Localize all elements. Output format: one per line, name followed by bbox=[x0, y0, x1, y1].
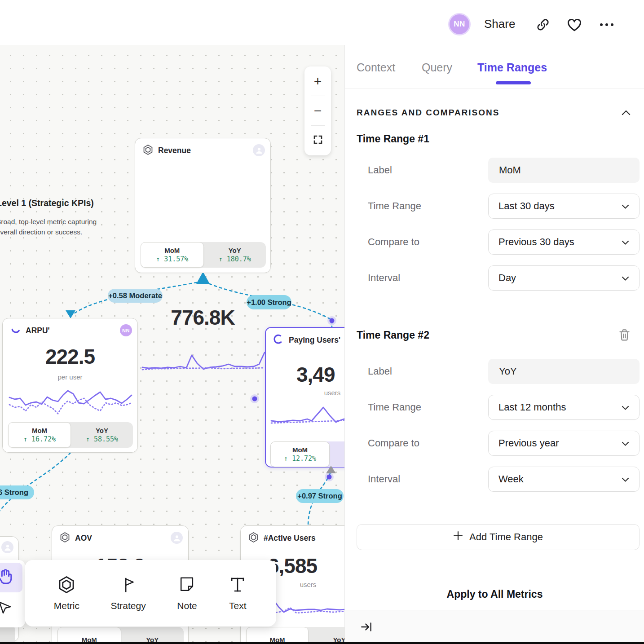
add-strategy-button[interactable]: Strategy bbox=[111, 575, 146, 611]
metric-value: 776.8K bbox=[135, 305, 270, 330]
field-label-label-2: Label bbox=[368, 359, 392, 384]
tab-context[interactable]: Context bbox=[357, 61, 395, 74]
metric-tree-canvas[interactable]: Level 1 (Strategic KPIs) Broad, top-leve… bbox=[0, 0, 344, 644]
add-text-button[interactable]: Text bbox=[228, 575, 247, 611]
interval-select-1[interactable]: Day bbox=[488, 265, 640, 291]
metric-unit: users bbox=[295, 581, 322, 588]
yoy-toggle[interactable]: YoY ↑ 58.55% bbox=[71, 422, 133, 448]
field-label-interval-1: Interval bbox=[368, 265, 400, 291]
field-label-interval-2: Interval bbox=[368, 467, 400, 492]
delete-time-range-button[interactable] bbox=[618, 328, 631, 343]
chevron-down-icon bbox=[622, 401, 629, 413]
mom-toggle[interactable]: MoM ↑ 12.72% bbox=[270, 441, 330, 467]
mom-toggle[interactable]: MoM ↑ 31.57% bbox=[141, 242, 204, 268]
metric-card-arpu[interactable]: ARPU' NN 222.5 per user MoM ↑ 16.72% YoY… bbox=[2, 318, 138, 453]
metric-hexagon-icon bbox=[59, 532, 71, 545]
comparison-toggle: MoM ↑ 31.57% YoY ↑ 180.7% bbox=[141, 242, 266, 268]
fullscreen-icon bbox=[313, 133, 323, 148]
tab-time-ranges[interactable]: Time Ranges bbox=[477, 61, 547, 74]
plus-icon bbox=[453, 531, 463, 543]
collaborator-badge: NN bbox=[120, 324, 132, 336]
card-header: Revenue bbox=[142, 144, 265, 157]
heart-icon bbox=[566, 26, 582, 34]
inspector-panel: Context Query Time Ranges RANGES AND COM… bbox=[344, 0, 644, 644]
time-range-select-2[interactable]: Last 12 months bbox=[488, 395, 640, 420]
apply-all-metrics-button[interactable]: Apply to All Metrics bbox=[345, 588, 644, 600]
canvas-zoom-controls: + − bbox=[304, 66, 331, 155]
zoom-out-button[interactable]: − bbox=[304, 96, 331, 125]
chevron-up-icon bbox=[622, 109, 631, 117]
insert-toolbar: Metric Strategy Note bbox=[25, 560, 276, 626]
time-range-select-1[interactable]: Last 30 days bbox=[488, 194, 640, 219]
field-label-compare-to-1: Compare to bbox=[368, 229, 419, 255]
label-input-1[interactable]: MoM bbox=[488, 158, 640, 183]
card-title: Revenue bbox=[158, 146, 191, 155]
hand-icon bbox=[0, 568, 14, 587]
sparkline-chart bbox=[141, 348, 265, 374]
section-ranges-comparisons: RANGES AND COMPARISONS bbox=[357, 108, 499, 118]
level-annotation-title: Level 1 (Strategic KPIs) bbox=[0, 198, 94, 208]
compare-to-select-1[interactable]: Previous 30 days bbox=[488, 229, 640, 255]
loading-arc-icon bbox=[10, 324, 21, 337]
fit-view-button[interactable] bbox=[304, 126, 331, 155]
divider bbox=[345, 88, 644, 88]
correlation-badge-strong-1[interactable]: +1.00 Strong bbox=[247, 295, 291, 309]
user-avatar[interactable]: NN bbox=[448, 13, 471, 35]
yoy-toggle[interactable] bbox=[330, 441, 344, 467]
metric-unit: users bbox=[319, 389, 344, 397]
card-title: ARPU' bbox=[26, 326, 50, 335]
arrow-to-bar-icon bbox=[360, 627, 373, 635]
panel-footer bbox=[345, 610, 644, 644]
flag-icon bbox=[119, 575, 138, 596]
correlation-badge-strong-left[interactable]: 66 Strong bbox=[0, 485, 34, 499]
metric-hexagon-icon bbox=[248, 532, 259, 545]
owner-avatar-icon bbox=[171, 532, 183, 544]
pan-tool-button[interactable] bbox=[0, 563, 22, 592]
metric-value: 222.5 bbox=[3, 344, 137, 369]
tab-query[interactable]: Query bbox=[422, 61, 452, 74]
loading-arc-icon bbox=[273, 334, 284, 347]
ellipsis-icon bbox=[598, 22, 615, 30]
correlation-badge-strong-2[interactable]: +0.97 Strong bbox=[296, 489, 344, 503]
field-label-time-range-1: Time Range bbox=[368, 194, 421, 219]
metric-card-revenue[interactable]: Revenue 776.8K MoM ↑ 31.57% YoY ↑ 180.7% bbox=[135, 138, 271, 273]
chevron-down-icon bbox=[622, 200, 629, 212]
comparison-toggle: MoM ↑ 12.72% bbox=[270, 441, 344, 467]
zoom-in-button[interactable]: + bbox=[304, 66, 331, 96]
metric-card-paying-users[interactable]: Paying Users' 3,49 users MoM ↑ 12.72% bbox=[265, 327, 344, 468]
divider bbox=[345, 567, 644, 567]
card-header: Paying Users' bbox=[273, 334, 344, 346]
collapse-section-button[interactable] bbox=[622, 109, 631, 117]
collapse-panel-button[interactable] bbox=[360, 620, 373, 635]
yoy-toggle[interactable]: YoY ↑ 180.7% bbox=[204, 242, 266, 268]
metric-hexagon-icon bbox=[142, 144, 154, 157]
mom-toggle[interactable]: MoM ↑ 16.72% bbox=[8, 422, 71, 448]
label-input-2[interactable]: YoY bbox=[488, 359, 640, 384]
select-tool-button[interactable] bbox=[0, 592, 22, 622]
metric-hexagon-icon bbox=[57, 575, 76, 596]
app-window: Level 1 (Strategic KPIs) Broad, top-leve… bbox=[0, 0, 644, 644]
card-header: ARPU' NN bbox=[10, 324, 132, 337]
add-note-button[interactable]: Note bbox=[177, 575, 197, 611]
copy-link-button[interactable] bbox=[535, 17, 551, 34]
card-title: #Active Users bbox=[264, 534, 316, 543]
compare-to-select-2[interactable]: Previous year bbox=[488, 431, 640, 456]
interval-select-2[interactable]: Week bbox=[488, 467, 640, 492]
card-header: AOV bbox=[59, 532, 183, 544]
chevron-down-icon bbox=[622, 272, 629, 284]
annotation-line-2: overall direction or success. bbox=[0, 227, 97, 237]
annotation-line-1: Broad, top-level metric capturing bbox=[0, 216, 97, 227]
field-label-compare-to-2: Compare to bbox=[368, 431, 419, 456]
metric-value: 3,49 bbox=[296, 362, 335, 387]
correlation-badge-moderate[interactable]: +0.58 Moderate bbox=[108, 289, 163, 303]
share-button[interactable]: Share bbox=[484, 17, 515, 31]
metric-unit: per user bbox=[3, 373, 137, 381]
more-options-button[interactable] bbox=[598, 21, 615, 31]
chevron-down-icon bbox=[622, 473, 629, 485]
favorite-button[interactable] bbox=[566, 17, 582, 35]
add-metric-button[interactable]: Metric bbox=[54, 575, 79, 611]
chevron-down-icon bbox=[622, 236, 629, 248]
field-label-label-1: Label bbox=[368, 158, 392, 183]
time-range-2-title: Time Range #2 bbox=[357, 329, 429, 341]
add-time-range-button[interactable]: Add Time Range bbox=[357, 524, 640, 550]
